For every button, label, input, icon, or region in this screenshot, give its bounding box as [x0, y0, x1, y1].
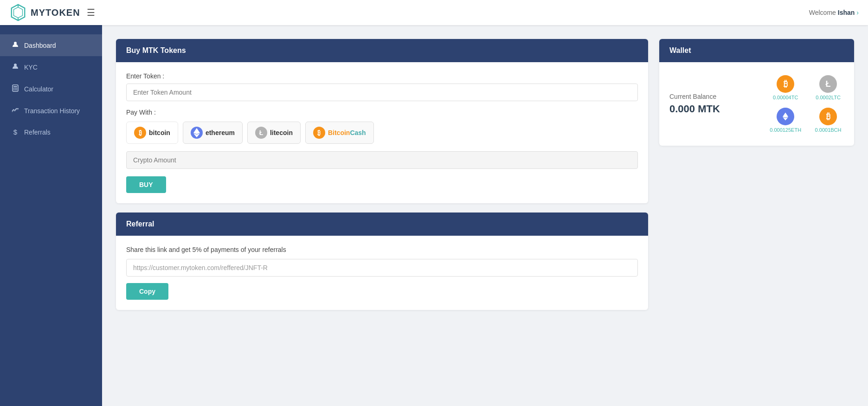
referral-card-header: Referral	[116, 213, 648, 236]
sidebar-item-label: KYC	[24, 64, 38, 71]
eth-amount: 0.000125ETH	[770, 127, 801, 133]
eth-coin-icon	[777, 108, 794, 125]
svg-marker-16	[193, 134, 197, 138]
svg-rect-12	[15, 90, 16, 90]
svg-marker-20	[783, 117, 785, 120]
bitcoincash-button[interactable]: ₿ BitcoinCash	[305, 122, 374, 144]
wallet-balance: Current Balance 0.000 MTK	[669, 93, 760, 115]
btc-amount: 0.00004TC	[773, 95, 798, 100]
svg-marker-14	[193, 128, 197, 134]
token-input[interactable]	[126, 84, 638, 101]
bitcoincash-label: BitcoinCash	[328, 129, 366, 136]
crypto-buttons: ₿ bitcoin	[126, 122, 638, 144]
balance-amount: 0.000 MTK	[669, 103, 760, 115]
sidebar-item-dashboard[interactable]: Dashboard	[0, 34, 102, 56]
navbar-user: Welcome Ishan›	[809, 9, 859, 16]
svg-marker-18	[783, 112, 785, 117]
hamburger-icon[interactable]: ☰	[87, 7, 95, 18]
logo-wrapper: MYTOKEN	[9, 4, 80, 21]
btc-coin-icon: ₿	[777, 75, 794, 93]
main-content: Buy MTK Tokens Enter Token : Pay With : …	[102, 25, 868, 406]
buy-card-header: Buy MTK Tokens	[116, 39, 648, 62]
bch-coin-icon: ₿	[819, 108, 837, 125]
svg-rect-8	[13, 88, 14, 89]
coin-btc[interactable]: ₿ 0.00004TC	[770, 75, 801, 100]
bitcoin-button[interactable]: ₿ bitcoin	[126, 122, 178, 144]
coin-ltc[interactable]: Ł 0.0002LTC	[812, 75, 844, 100]
user-chevron-icon: ›	[856, 9, 859, 16]
bch-amount: 0.0001BCH	[815, 127, 842, 133]
litecoin-button[interactable]: Ł litecoin	[247, 122, 301, 144]
balance-label: Current Balance	[669, 93, 760, 100]
svg-rect-11	[13, 90, 14, 90]
dashboard-icon	[11, 41, 19, 50]
svg-marker-15	[197, 128, 200, 134]
buy-card-body: Enter Token : Pay With : ₿ bitcoin	[116, 62, 648, 203]
svg-marker-1	[14, 7, 23, 18]
logo-icon	[9, 4, 27, 21]
buy-card: Buy MTK Tokens Enter Token : Pay With : …	[116, 39, 648, 203]
referral-link-input[interactable]	[126, 259, 638, 277]
bitcoincash-icon: ₿	[313, 127, 325, 139]
sidebar-item-kyc[interactable]: KYC	[0, 56, 102, 78]
bitcoin-icon: ₿	[134, 127, 146, 139]
navbar: MYTOKEN ☰ Welcome Ishan›	[0, 0, 868, 25]
coin-bch[interactable]: ₿ 0.0001BCH	[812, 108, 844, 133]
referral-card-body: Share this link and get 5% of payments o…	[116, 236, 648, 310]
coin-eth[interactable]: 0.000125ETH	[770, 108, 801, 133]
ethereum-icon	[191, 127, 203, 139]
svg-marker-19	[785, 112, 788, 117]
ethereum-button[interactable]: ethereum	[183, 122, 243, 144]
navbar-left: MYTOKEN ☰	[9, 4, 95, 21]
svg-rect-10	[16, 88, 17, 89]
svg-rect-13	[16, 90, 17, 90]
ltc-coin-icon: Ł	[819, 75, 837, 93]
wallet-card: Wallet Current Balance 0.000 MTK ₿ 0.000…	[659, 39, 854, 146]
bitcoin-label: bitcoin	[149, 129, 170, 136]
pay-with-label: Pay With :	[126, 109, 638, 116]
wallet-body: Current Balance 0.000 MTK ₿ 0.00004TC Ł …	[659, 62, 854, 146]
wallet-title: Wallet	[669, 46, 691, 54]
token-label: Enter Token :	[126, 72, 638, 80]
wallet-coins: ₿ 0.00004TC Ł 0.0002LTC	[770, 75, 844, 133]
logo-text: MYTOKEN	[31, 7, 80, 18]
sidebar-item-label: Referrals	[24, 129, 51, 136]
calculator-icon	[11, 84, 19, 93]
crypto-amount-input	[126, 151, 638, 169]
kyc-icon	[11, 63, 19, 71]
username: Ishan	[838, 9, 855, 16]
copy-button[interactable]: Copy	[126, 283, 168, 300]
sidebar: Dashboard KYC Calculator Transaction His…	[0, 25, 102, 406]
referral-card: Referral Share this link and get 5% of p…	[116, 213, 648, 310]
sidebar-item-calculator[interactable]: Calculator	[0, 78, 102, 100]
ltc-amount: 0.0002LTC	[816, 95, 841, 100]
sidebar-item-label: Transaction History	[24, 107, 80, 115]
left-column: Buy MTK Tokens Enter Token : Pay With : …	[116, 39, 648, 310]
svg-marker-17	[197, 134, 200, 138]
svg-rect-7	[13, 86, 17, 87]
svg-rect-9	[15, 88, 16, 89]
litecoin-icon: Ł	[255, 127, 267, 139]
referrals-icon: $	[11, 128, 19, 136]
litecoin-label: litecoin	[270, 129, 293, 136]
layout: Dashboard KYC Calculator Transaction His…	[0, 25, 868, 406]
svg-marker-21	[785, 117, 788, 120]
sidebar-item-label: Calculator	[24, 85, 53, 93]
sidebar-item-label: Dashboard	[24, 42, 56, 49]
transaction-icon	[11, 106, 19, 115]
buy-card-title: Buy MTK Tokens	[126, 46, 186, 54]
sidebar-item-referrals[interactable]: $ Referrals	[0, 122, 102, 142]
buy-button[interactable]: BUY	[126, 176, 166, 193]
wallet-header: Wallet	[659, 39, 854, 62]
referral-description: Share this link and get 5% of payments o…	[126, 246, 638, 253]
sidebar-item-transaction-history[interactable]: Transaction History	[0, 100, 102, 122]
referral-card-title: Referral	[126, 220, 154, 228]
ethereum-label: ethereum	[206, 129, 235, 136]
